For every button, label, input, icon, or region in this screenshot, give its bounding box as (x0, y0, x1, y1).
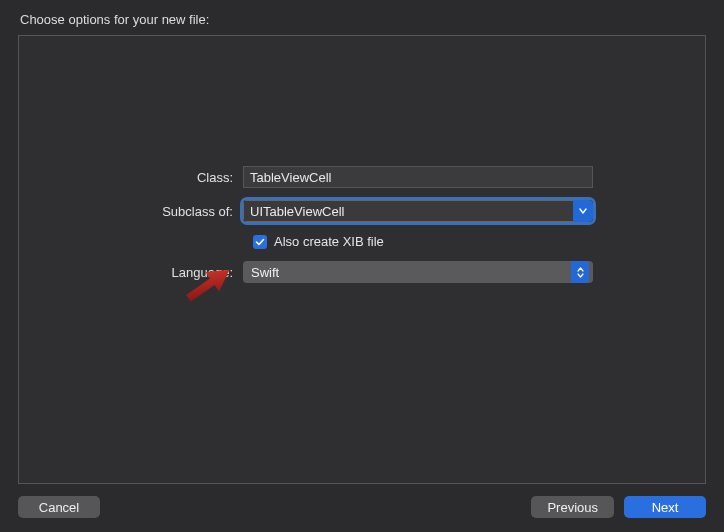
chevron-up-icon (577, 267, 584, 272)
cancel-button[interactable]: Cancel (18, 496, 100, 518)
xib-checkbox-label: Also create XIB file (274, 234, 384, 249)
class-label: Class: (43, 170, 243, 185)
subclass-field-wrapper: UITableViewCell (243, 200, 593, 222)
language-popup-arrows[interactable] (571, 261, 589, 283)
checkmark-icon (255, 237, 265, 247)
class-input[interactable] (243, 166, 593, 188)
xib-checkbox-row: Also create XIB file (253, 234, 681, 249)
subclass-dropdown-button[interactable] (573, 200, 593, 222)
language-value: Swift (251, 265, 279, 280)
subclass-row: Subclass of: UITableViewCell (43, 200, 681, 222)
content-frame: Class: Subclass of: UITableViewCell (18, 35, 706, 484)
chevron-down-icon (577, 273, 584, 278)
options-form: Class: Subclass of: UITableViewCell (19, 166, 705, 295)
next-button[interactable]: Next (624, 496, 706, 518)
language-popup[interactable]: Swift (243, 261, 593, 283)
previous-button[interactable]: Previous (531, 496, 614, 518)
language-label: Language: (43, 265, 243, 280)
new-file-options-sheet: Choose options for your new file: Class:… (0, 0, 724, 532)
class-field-wrapper (243, 166, 593, 188)
sheet-title: Choose options for your new file: (20, 12, 706, 27)
language-row: Language: Swift (43, 261, 681, 283)
subclass-label: Subclass of: (43, 204, 243, 219)
language-field-wrapper: Swift (243, 261, 593, 283)
subclass-combobox[interactable]: UITableViewCell (243, 200, 593, 222)
subclass-value[interactable]: UITableViewCell (243, 200, 573, 222)
xib-checkbox[interactable] (253, 235, 267, 249)
class-row: Class: (43, 166, 681, 188)
footer-bar: Cancel Previous Next (18, 484, 706, 518)
chevron-down-icon (579, 207, 587, 215)
